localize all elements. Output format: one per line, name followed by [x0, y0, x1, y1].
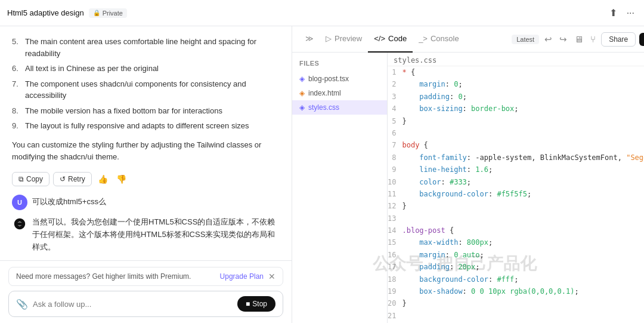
numbered-list: 5. The main content area uses comfortabl… [12, 36, 280, 132]
file-icon: ◈ [299, 75, 305, 83]
copy-label: Copy [26, 175, 43, 183]
attach-button[interactable]: 📎 [16, 299, 28, 310]
deploy-button[interactable]: △ Deploy [639, 33, 644, 46]
stop-button[interactable]: ■ Stop [237, 296, 275, 312]
line-num: 6 [388, 127, 402, 139]
file-item-stylescss[interactable]: ◈ styles.css [292, 100, 387, 115]
line-code: max-width: 800px; [402, 236, 644, 248]
line-code: background-color: #f5f5f5; [402, 188, 644, 200]
retry-label: Retry [68, 175, 85, 183]
line-code: padding: 0; [402, 91, 644, 103]
expand-panels-button[interactable]: ≫ [299, 26, 320, 53]
stop-icon: ■ [246, 300, 250, 308]
tab-preview[interactable]: ▷ Preview [320, 26, 368, 53]
thumbs-up-button[interactable]: 👍 [95, 173, 110, 185]
version-icon-button[interactable]: ⑂ [589, 32, 597, 46]
stop-label: Stop [252, 300, 267, 308]
copy-button[interactable]: ⧉ Copy [12, 172, 49, 186]
code-line: 19 box-shadow: 0 0 10px rgba(0,0,0,0.1); [388, 285, 644, 297]
line-num: 9 [388, 164, 402, 176]
desktop-icon-button[interactable]: 🖥 [572, 32, 585, 46]
line-num: 12 [388, 200, 402, 212]
code-line: 15 max-width: 800px; [388, 236, 644, 248]
file-item-indexhtml[interactable]: ◈ index.html [292, 86, 387, 100]
line-num: 18 [388, 273, 402, 285]
list-num: 9. [12, 120, 21, 132]
retry-button[interactable]: ↺ Retry [53, 172, 92, 186]
code-icon: </> [374, 34, 385, 43]
line-code: * { [402, 66, 644, 78]
code-line: 9 line-height: 1.6; [388, 164, 644, 176]
line-code: font-family: -apple-system, BlinkMacSyst… [402, 152, 644, 164]
line-num: 3 [388, 91, 402, 103]
files-sidebar: Files ◈ blog-post.tsx ◈ index.html ◈ sty… [292, 53, 388, 323]
app-container: Html5 adaptive design 🔒 Private ⬆ ··· 5.… [0, 0, 644, 323]
file-icon: ◈ [299, 103, 305, 112]
code-line: 5} [388, 115, 644, 127]
line-code: padding: 20px; [402, 261, 644, 273]
main-layout: 5. The main content area uses comfortabl… [0, 26, 644, 323]
code-label: Code [388, 34, 407, 43]
left-panel: 5. The main content area uses comfortabl… [0, 26, 292, 323]
code-filename: styles.css [388, 53, 644, 66]
code-line: 14.blog-post { [388, 224, 644, 236]
line-num: 19 [388, 285, 402, 297]
code-line: 11 background-color: #f5f5f5; [388, 188, 644, 200]
line-num: 17 [388, 261, 402, 273]
chat-area: 5. The main content area uses comfortabl… [0, 26, 292, 260]
undo-button[interactable]: ↩ [543, 32, 554, 47]
right-topbar-left: ≫ ▷ Preview </> Code _> Console [299, 26, 465, 53]
copy-icon: ⧉ [18, 175, 24, 183]
line-num: 20 [388, 297, 402, 309]
upgrade-link[interactable]: Upgrade Plan [220, 272, 264, 281]
avatar: U [12, 195, 27, 210]
chat-input[interactable] [33, 300, 233, 309]
more-options-button[interactable]: ··· [624, 7, 637, 20]
code-layout: Files ◈ blog-post.tsx ◈ index.html ◈ sty… [292, 53, 644, 323]
private-badge: 🔒 Private [89, 8, 127, 18]
line-num: 16 [388, 249, 402, 261]
thumbs-down-button[interactable]: 👎 [114, 173, 129, 185]
line-num: 13 [388, 213, 402, 224]
code-line: 7body { [388, 139, 644, 151]
preview-icon: ▷ [326, 34, 332, 43]
tab-console[interactable]: _> Console [413, 26, 465, 53]
assistant-logo [12, 216, 27, 232]
list-num: 6. [12, 63, 21, 75]
app-title: Html5 adaptive design [7, 8, 84, 17]
upgrade-banner: Need more messages? Get higher limits wi… [8, 267, 283, 286]
code-line: 16 margin: 0 auto; [388, 249, 644, 261]
user-message: U 可以改成html5+css么 [12, 195, 280, 210]
action-bar: ⧉ Copy ↺ Retry 👍 👎 [12, 172, 280, 186]
private-label: Private [103, 10, 123, 17]
code-line: 17 padding: 20px; [388, 261, 644, 273]
list-item: 6. All text is in Chinese as per the ori… [12, 63, 280, 75]
file-name: blog-post.tsx [308, 75, 349, 83]
code-line: 12} [388, 200, 644, 212]
line-num: 4 [388, 103, 402, 115]
file-name: styles.css [308, 103, 339, 112]
code-line: 8 font-family: -apple-system, BlinkMacSy… [388, 152, 644, 164]
list-num: 5. [12, 36, 21, 59]
tab-code[interactable]: </> Code [368, 26, 413, 53]
line-num: 11 [388, 188, 402, 200]
line-code: box-shadow: 0 0 10px rgba(0,0,0,0.1); [402, 285, 644, 297]
line-num: 5 [388, 115, 402, 127]
line-code: background-color: #fff; [402, 273, 644, 285]
code-line: 6 [388, 127, 644, 139]
line-code: color: #333; [402, 176, 644, 188]
code-line: 21 [388, 310, 644, 322]
line-num: 7 [388, 139, 402, 151]
line-num: 21 [388, 310, 402, 322]
topbar: Html5 adaptive design 🔒 Private ⬆ ··· [0, 0, 644, 26]
list-num: 8. [12, 105, 21, 117]
redo-button[interactable]: ↪ [558, 32, 569, 47]
close-banner-button[interactable]: ✕ [268, 272, 275, 281]
retry-icon: ↺ [60, 175, 66, 183]
line-code: box-sizing: border-box; [402, 103, 644, 115]
file-item-blogtsx[interactable]: ◈ blog-post.tsx [292, 72, 387, 86]
share-button[interactable]: Share [601, 32, 636, 47]
code-line: 13 [388, 213, 644, 224]
upload-icon-button[interactable]: ⬆ [607, 6, 620, 20]
line-code: body { [402, 139, 644, 151]
